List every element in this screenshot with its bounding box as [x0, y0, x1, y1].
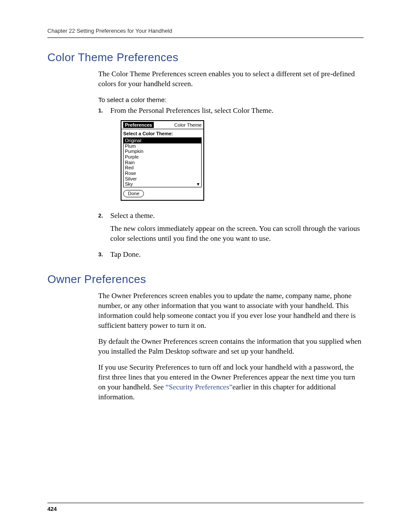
list-item[interactable]: Original — [124, 138, 201, 143]
list-item[interactable]: Purple — [124, 154, 201, 160]
step-2: Select a theme. The new colors immediate… — [98, 211, 364, 244]
section-heading-color-theme: Color Theme Preferences — [47, 51, 364, 64]
step-text: Select a theme. — [110, 212, 155, 220]
section-heading-owner: Owner Preferences — [47, 273, 364, 286]
list-item[interactable]: Plum — [124, 143, 201, 149]
step-3: Tap Done. — [98, 250, 364, 260]
palm-title: Preferences — [123, 122, 154, 128]
howto-heading: To select a color theme: — [98, 96, 364, 103]
section-body: The Owner Preferences screen enables you… — [98, 291, 364, 402]
cross-reference-link[interactable]: “Security Preferences” — [165, 383, 232, 391]
paragraph: By default the Owner Preferences screen … — [98, 337, 364, 357]
scroll-up-icon[interactable]: ▲ — [196, 138, 200, 143]
intro-paragraph: The Color Theme Preferences screen enabl… — [98, 69, 364, 89]
list-item[interactable]: Silver — [124, 176, 201, 182]
list-item[interactable]: Pumpkin — [124, 149, 201, 154]
step-detail: The new colors immediately appear on the… — [110, 224, 364, 244]
scroll-down-icon[interactable]: ▼ — [196, 182, 200, 187]
step-list: From the Personal Preferences list, sele… — [98, 106, 364, 260]
section-body: The Color Theme Preferences screen enabl… — [98, 69, 364, 260]
paragraph: The Owner Preferences screen enables you… — [98, 291, 364, 331]
page-number: 424 — [47, 506, 57, 512]
step-text: Tap Done. — [110, 250, 141, 258]
list-item[interactable]: Rain — [124, 160, 201, 165]
palm-screenshot: Preferences Color Theme Select a Color T… — [121, 120, 364, 201]
list-item[interactable]: Red — [124, 165, 201, 171]
palm-theme-list[interactable]: ▲ Original Plum Pumpkin Purple Rain Red … — [123, 137, 202, 187]
done-button[interactable]: Done — [123, 190, 144, 197]
step-1: From the Personal Preferences list, sele… — [98, 106, 364, 201]
step-text: From the Personal Preferences list, sele… — [110, 106, 274, 115]
list-item[interactable]: Rose — [124, 171, 201, 176]
palm-category-menu[interactable]: Color Theme — [174, 122, 202, 128]
paragraph: If you use Security Preferences to turn … — [98, 363, 364, 402]
document-page: Chapter 22 Setting Preferences for Your … — [0, 0, 411, 532]
page-footer: 424 — [47, 503, 364, 512]
running-header: Chapter 22 Setting Preferences for Your … — [47, 28, 364, 38]
list-item[interactable]: Sky — [124, 181, 201, 187]
palm-list-label: Select a Color Theme: — [123, 131, 202, 137]
